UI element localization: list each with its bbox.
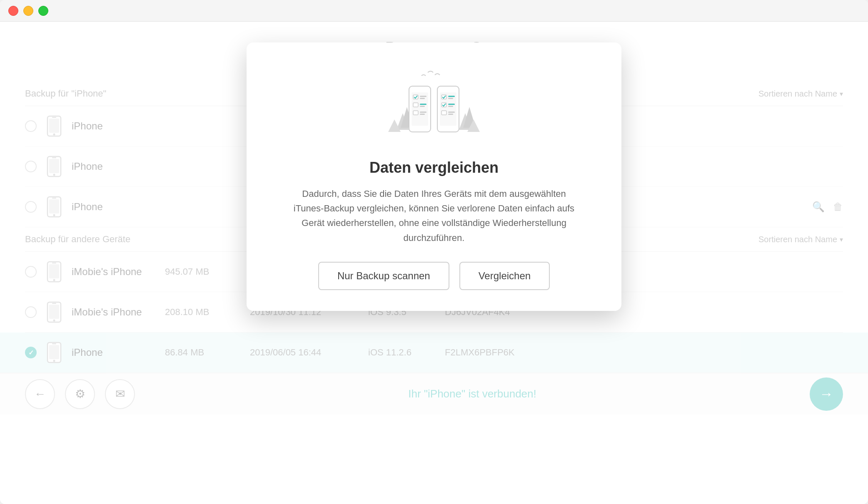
- maximize-button[interactable]: [38, 6, 48, 16]
- svg-rect-39: [420, 112, 427, 113]
- svg-rect-34: [420, 98, 425, 99]
- minimize-button[interactable]: [23, 6, 33, 16]
- title-bar: [0, 0, 868, 22]
- close-button[interactable]: [8, 6, 18, 16]
- modal-dialog: Daten vergleichen Dadurch, dass Sie die …: [247, 42, 621, 311]
- svg-rect-40: [420, 114, 425, 115]
- svg-rect-35: [413, 103, 418, 107]
- svg-rect-46: [441, 103, 446, 107]
- svg-rect-44: [448, 96, 455, 97]
- main-window: B ····· S Wenn Ihr Backup unten nicht an…: [0, 0, 868, 504]
- svg-rect-36: [420, 104, 427, 105]
- svg-rect-37: [420, 106, 425, 107]
- svg-rect-48: [448, 106, 453, 107]
- content-area: B ····· S Wenn Ihr Backup unten nicht an…: [0, 22, 868, 504]
- modal-buttons: Nur Backup scannen Vergleichen: [318, 262, 550, 290]
- svg-rect-43: [441, 95, 446, 99]
- svg-rect-38: [413, 111, 418, 115]
- scan-only-button[interactable]: Nur Backup scannen: [318, 262, 449, 290]
- svg-rect-51: [448, 114, 453, 115]
- svg-rect-49: [441, 111, 446, 115]
- modal-overlay: Daten vergleichen Dadurch, dass Sie die …: [0, 22, 868, 504]
- svg-rect-45: [448, 98, 453, 99]
- modal-title: Daten vergleichen: [369, 159, 499, 176]
- svg-rect-50: [448, 112, 455, 113]
- svg-rect-33: [420, 96, 427, 97]
- modal-illustration: [384, 63, 484, 146]
- svg-rect-32: [413, 95, 418, 99]
- compare-button[interactable]: Vergleichen: [459, 262, 550, 290]
- svg-rect-47: [448, 104, 455, 105]
- modal-description: Dadurch, dass Sie die Daten Ihres Geräts…: [288, 186, 580, 245]
